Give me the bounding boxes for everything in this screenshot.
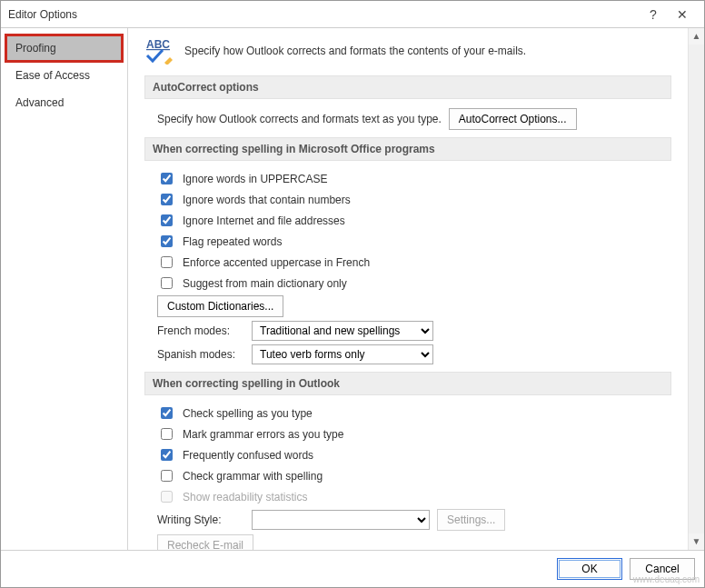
settings-button: Settings... <box>437 509 505 531</box>
vertical-scrollbar[interactable]: ▲ ▼ <box>688 28 704 550</box>
settings-button-label: Settings... <box>447 513 495 526</box>
window-title: Editor Options <box>8 8 639 21</box>
chk-ignore-uppercase[interactable] <box>161 173 173 184</box>
dialog-body: Proofing Ease of Access Advanced ABC Spe… <box>1 28 704 550</box>
main-wrap: ABC Specify how Outlook corrects and for… <box>128 28 704 550</box>
svg-text:ABC: ABC <box>146 38 170 51</box>
chk-flag-repeated-label: Flag repeated words <box>183 235 282 248</box>
page-header-text: Specify how Outlook corrects and formats… <box>184 45 526 57</box>
sidebar-item-proofing[interactable]: Proofing <box>6 35 122 61</box>
chk-flag-repeated[interactable] <box>161 235 173 247</box>
writing-style-label: Writing Style: <box>157 513 244 526</box>
recheck-email-label: Recheck E-mail <box>167 539 243 550</box>
chk-mark-grammar-label: Mark grammar errors as you type <box>183 428 343 441</box>
chk-enforce-accented-label: Enforce accented uppercase in French <box>183 256 370 269</box>
page-header: ABC Specify how Outlook corrects and for… <box>144 37 671 65</box>
chk-ignore-internet-label: Ignore Internet and file addresses <box>183 214 345 227</box>
custom-dictionaries-label: Custom Dictionaries... <box>167 300 273 313</box>
french-modes-label: French modes: <box>157 324 244 337</box>
sidebar-item-advanced[interactable]: Advanced <box>6 90 122 115</box>
abc-proofing-icon: ABC <box>144 37 175 65</box>
help-icon[interactable]: ? <box>639 7 668 22</box>
sidebar-item-label: Advanced <box>15 96 64 109</box>
chk-grammar-with-spelling-label: Check grammar with spelling <box>183 470 323 483</box>
ok-button-label: OK <box>581 563 597 575</box>
editor-options-dialog: Editor Options ? ✕ Proofing Ease of Acce… <box>0 0 705 588</box>
spanish-modes-label: Spanish modes: <box>157 348 244 361</box>
autocorrect-options-label: AutoCorrect Options... <box>459 113 567 125</box>
chk-ignore-uppercase-label: Ignore words in UPPERCASE <box>183 173 327 185</box>
chk-frequently-confused[interactable] <box>161 449 173 461</box>
chk-frequently-confused-label: Frequently confused words <box>183 449 313 462</box>
sidebar-item-label: Ease of Access <box>15 69 90 82</box>
section-title-office: When correcting spelling in Microsoft Of… <box>144 137 671 161</box>
custom-dictionaries-button[interactable]: Custom Dictionaries... <box>157 295 283 317</box>
chk-main-dictionary-label: Suggest from main dictionary only <box>183 277 347 290</box>
autocorrect-row: Specify how Outlook corrects and formats… <box>157 108 671 130</box>
autocorrect-options-button[interactable]: AutoCorrect Options... <box>449 108 577 130</box>
section-title-outlook: When correcting spelling in Outlook <box>144 372 671 395</box>
chk-check-spelling-label: Check spelling as you type <box>183 407 313 420</box>
scroll-down-icon[interactable]: ▼ <box>689 533 704 550</box>
sidebar-item-label: Proofing <box>15 42 56 55</box>
chk-grammar-with-spelling[interactable] <box>161 470 173 482</box>
chk-readability-stats-label: Show readability statistics <box>183 491 307 503</box>
cancel-button-label: Cancel <box>645 563 679 575</box>
ok-button[interactable]: OK <box>557 558 622 580</box>
sidebar-item-ease-of-access[interactable]: Ease of Access <box>6 63 122 88</box>
spanish-modes-select[interactable]: Tuteo verb forms only <box>252 344 433 364</box>
chk-ignore-numbers-label: Ignore words that contain numbers <box>183 194 351 206</box>
chk-enforce-accented[interactable] <box>161 256 173 268</box>
section-title-autocorrect: AutoCorrect options <box>144 75 671 99</box>
chk-readability-stats <box>161 491 173 503</box>
french-modes-select[interactable]: Traditional and new spellings <box>252 321 433 341</box>
chk-main-dictionary[interactable] <box>161 277 173 289</box>
watermark-text: www.deuaq.com <box>633 574 700 584</box>
chk-ignore-numbers[interactable] <box>161 194 173 205</box>
chk-mark-grammar[interactable] <box>161 428 173 440</box>
recheck-email-button: Recheck E-mail <box>157 534 253 550</box>
close-icon[interactable]: ✕ <box>668 7 697 22</box>
chk-ignore-internet[interactable] <box>161 214 173 226</box>
chk-check-spelling[interactable] <box>161 407 173 419</box>
title-bar: Editor Options ? ✕ <box>1 1 704 28</box>
sidebar-nav: Proofing Ease of Access Advanced <box>1 28 128 550</box>
scroll-up-icon[interactable]: ▲ <box>689 28 704 45</box>
main-panel: ABC Specify how Outlook corrects and for… <box>128 28 688 550</box>
dialog-footer: OK Cancel <box>1 550 704 587</box>
writing-style-select[interactable] <box>252 510 430 530</box>
autocorrect-desc: Specify how Outlook corrects and formats… <box>157 113 442 125</box>
